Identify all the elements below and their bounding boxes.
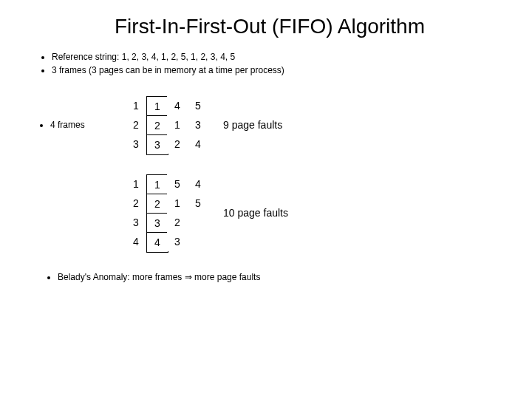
table-cell: 4 bbox=[188, 174, 208, 194]
bullet-ref-string: Reference string: 1, 2, 3, 4, 1, 2, 5, 1… bbox=[52, 52, 502, 62]
table-cell bbox=[188, 213, 208, 232]
table-cell: 5 bbox=[188, 96, 208, 115]
page-faults-3: 9 page faults bbox=[223, 119, 282, 131]
label-4frames-text: 4 frames bbox=[50, 120, 126, 130]
table-cell: 3 bbox=[188, 115, 208, 134]
table-cell: 5 bbox=[188, 194, 208, 213]
table-cell: 1 bbox=[167, 115, 188, 134]
table-cell: 1 bbox=[126, 174, 146, 194]
table-cell: 5 bbox=[167, 174, 188, 194]
bullet-list: Reference string: 1, 2, 3, 4, 1, 2, 5, 1… bbox=[52, 52, 502, 75]
table-cell: 4 bbox=[167, 96, 188, 115]
page-faults-4: 10 page faults bbox=[223, 207, 288, 219]
table-cell: 3 bbox=[146, 134, 168, 155]
section-4frames: 1 1 5 4 2 2 1 5 3 3 2 4 4 3 10 page faul… bbox=[37, 174, 502, 251]
table-4frames: 1 1 5 4 2 2 1 5 3 3 2 4 4 3 bbox=[126, 174, 208, 251]
anomaly-prefix: Belady's Anomaly: more frames bbox=[58, 272, 185, 282]
table-cell bbox=[188, 232, 208, 251]
table-cell: 1 bbox=[126, 96, 146, 115]
table-cell: 2 bbox=[167, 213, 188, 232]
table-cell: 3 bbox=[126, 213, 146, 232]
table-cell: 2 bbox=[146, 115, 168, 136]
table-cell: 2 bbox=[167, 134, 188, 154]
table-cell: 1 bbox=[146, 174, 168, 195]
table-cell: 2 bbox=[146, 194, 168, 214]
label-4frames: 4 frames bbox=[37, 120, 126, 130]
table-cell: 2 bbox=[126, 115, 146, 134]
table-cell: 3 bbox=[126, 134, 146, 154]
bullet-3frames: 3 frames (3 pages can be in memory at a … bbox=[52, 65, 502, 75]
table-cell: 4 bbox=[146, 232, 168, 253]
table-cell: 1 bbox=[167, 194, 188, 213]
table-cell: 4 bbox=[126, 232, 146, 251]
table-cell: 3 bbox=[167, 232, 188, 251]
section-3frames: 4 frames 1 1 4 5 2 2 1 3 3 3 2 4 9 page … bbox=[37, 96, 502, 154]
bullet-anomaly: Belady's Anomaly: more frames ⇒ more pag… bbox=[44, 272, 502, 282]
page-title: First-In-First-Out (FIFO) Algorithm bbox=[37, 15, 502, 38]
implies-icon: ⇒ bbox=[185, 272, 192, 282]
table-cell: 4 bbox=[188, 134, 208, 154]
table-cell: 1 bbox=[146, 96, 168, 117]
table-3frames: 1 1 4 5 2 2 1 3 3 3 2 4 bbox=[126, 96, 208, 154]
table-cell: 3 bbox=[146, 213, 168, 233]
anomaly-suffix: more page faults bbox=[192, 272, 261, 282]
table-cell: 2 bbox=[126, 194, 146, 213]
